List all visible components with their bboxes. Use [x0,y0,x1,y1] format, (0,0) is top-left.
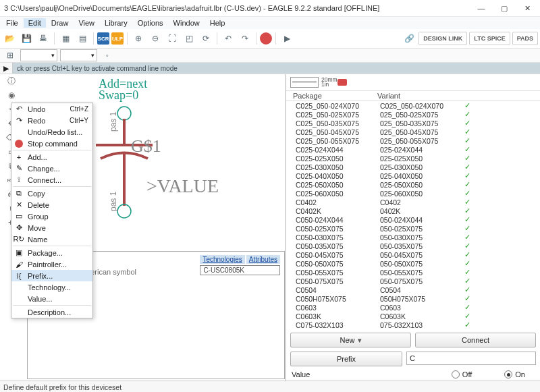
package-row[interactable]: C025-040X050025-040X050✓ [286,171,540,180]
window-title: 3 C:\Users\paulj\OneDrive\Documents\EAGL… [4,4,470,12]
edit-menu-popup[interactable]: ↶UndoCtrl+Z↷RedoCtrl+YUndo/Redo list...S… [11,103,93,318]
package-row[interactable]: C025_050-055X075025_050-055X075✓ [286,136,540,145]
menu-file[interactable]: File [1,18,23,28]
package-row[interactable]: C050-030X075050-030X075✓ [286,233,540,242]
col-variant[interactable]: Variant [377,92,540,100]
value-off-label: Off [462,370,472,379]
package-row[interactable]: C025-050X050025-050X050✓ [286,180,540,189]
prefix-input[interactable]: C [406,352,536,365]
package-row[interactable]: C025_050-045X075025_050-045X075✓ [286,128,540,136]
package-row[interactable]: C025-024X044025-024X044✓ [286,145,540,154]
print-icon[interactable]: 🖶 [36,31,51,46]
close-button[interactable]: ✕ [516,0,539,16]
package-row[interactable]: C050-075X075050-075X075✓ [286,277,540,285]
package-row[interactable]: C050-035X075050-035X075✓ [286,242,540,250]
ulp-icon[interactable]: ULP [111,32,124,45]
minimize-button[interactable]: — [470,0,493,16]
zoom-fit-icon[interactable]: ⛶ [165,31,180,46]
package-row[interactable]: C0402C0402✓ [286,198,540,206]
package-row[interactable]: C025-060X050025-060X050✓ [286,189,540,198]
command-input[interactable]: ck or press Ctrl+L key to activate comma… [13,63,540,74]
package-row[interactable]: C025-030X050025-030X050✓ [286,163,540,171]
attributes-header[interactable]: Attributes [246,255,280,264]
package-list[interactable]: C025_050-024X070C025_050-024X070✓C025_05… [286,101,540,331]
package-row[interactable]: C0603C0603✓ [286,303,540,312]
package-row[interactable]: C050H075X075050H075X075✓ [286,294,540,303]
library-icon[interactable]: ▤ [75,31,90,46]
package-row[interactable]: C0603KC0603K✓ [286,312,540,320]
menu-options[interactable]: Options [133,18,168,28]
menu-item-add-[interactable]: +Add... [11,151,92,163]
menu-draw[interactable]: Draw [47,18,74,28]
menu-item-technology-[interactable]: Technology... [11,281,92,293]
package-row[interactable]: C050-045X075050-045X075✓ [286,250,540,259]
package-row[interactable]: C025_050-024X070C025_050-024X070✓ [286,101,540,110]
zoom-select-icon[interactable]: ◰ [182,31,196,46]
menu-item-undo-redo-list-[interactable]: Undo/Redo list... [11,126,92,138]
menu-item-change-[interactable]: ✎Change... [11,163,92,174]
menu-item-copy[interactable]: ⧉Copy [11,188,92,199]
chip-design-link[interactable]: DESIGN LINK [418,32,467,45]
link-icon[interactable]: 🔗 [402,31,416,46]
chip-pads[interactable]: PADS [512,32,538,45]
package-row[interactable]: C0402K0402K✓ [286,206,540,215]
menu-item-connect-[interactable]: ⟟Connect... [11,174,92,186]
redo-icon[interactable]: ↷ [238,31,252,46]
menu-item-package-[interactable]: ▣Package... [11,247,92,258]
gate-label: G$1 [131,136,161,157]
toolbar: 📂 💾 🖶 ▦ ▤ SCR ULP ⊕ ⊖ ⛶ ◰ ⟳ ↶ ↷ ▶ 🔗 DESI… [0,29,540,49]
col-package[interactable]: Package [286,92,377,100]
package-row[interactable]: C050-025X075050-025X075✓ [286,224,540,233]
scr-icon[interactable]: SCR [97,32,109,45]
menu-item-stop-command[interactable]: Stop command [11,138,92,149]
menu-item-name[interactable]: R↻Name [11,233,92,245]
display-tool-icon[interactable]: ◉ [6,90,17,101]
menu-item-value-[interactable]: Value... [11,293,92,304]
redraw-icon[interactable]: ⟳ [198,31,213,46]
value-off-radio[interactable] [452,370,460,379]
connect-button[interactable]: Connect [415,333,536,347]
maximize-button[interactable]: ▢ [493,0,516,16]
menu-item-prefix-[interactable]: I{Prefix... [11,270,92,281]
package-row[interactable]: C025_050-035X075025_050-035X075✓ [286,119,540,128]
info-tool-icon[interactable]: ⓘ [6,76,17,86]
menu-library[interactable]: Library [100,18,132,28]
table-icon[interactable]: ▦ [58,31,73,46]
value-on-radio[interactable] [504,370,512,379]
package-row[interactable]: C050-050X075050-050X075✓ [286,259,540,268]
zoom-in-icon[interactable]: ⊕ [131,31,146,46]
go-icon[interactable]: ▶ [279,31,294,46]
package-row[interactable]: C075-032X103075-032X103✓ [286,320,540,329]
open-icon[interactable]: 📂 [2,31,17,46]
stop-icon[interactable] [260,32,272,45]
grid-icon[interactable]: ⊞ [3,48,18,63]
menu-item-move[interactable]: ✥Move [11,222,92,233]
grid-size-select[interactable]: ▾ [20,49,57,61]
chip-ltc-spice[interactable]: LTC SPICE [469,32,510,45]
package-row[interactable]: C050-024X044050-024X044✓ [286,215,540,224]
save-icon[interactable]: 💾 [19,31,34,46]
menu-view[interactable]: View [74,18,99,28]
menu-item-redo[interactable]: ↷RedoCtrl+Y [11,115,92,126]
menu-item-paintroller-[interactable]: 🖌Paintroller... [11,258,92,270]
grid-toggle-icon[interactable]: ◦ [100,48,115,63]
grid-unit-select[interactable]: ▾ [60,49,97,61]
menu-edit[interactable]: Edit [24,18,46,28]
menu-item-delete[interactable]: ✕Delete [11,199,92,211]
technology-cell[interactable]: C-USC0805K [200,265,280,275]
package-row[interactable]: C050-055X075050-055X075✓ [286,268,540,277]
technologies-header[interactable]: Technologies [200,255,244,264]
package-row[interactable]: C025-025X050025-025X050✓ [286,154,540,163]
menu-item-undo[interactable]: ↶UndoCtrl+Z [11,103,92,115]
zoom-out-icon[interactable]: ⊖ [148,31,163,46]
menu-window[interactable]: Window [169,18,205,28]
menu-help[interactable]: Help [205,18,230,28]
package-row[interactable]: C0504C0504✓ [286,285,540,294]
cmd-go-icon[interactable]: ▶ [0,63,13,74]
prefix-button[interactable]: Prefix [290,352,402,366]
package-row[interactable]: C025_050-025X075025_050-025X075✓ [286,110,540,119]
new-button[interactable]: New [290,333,411,347]
menu-item-group[interactable]: ▭Group [11,211,92,222]
menu-item-description-[interactable]: Description... [11,306,92,318]
undo-icon[interactable]: ↶ [221,31,236,46]
